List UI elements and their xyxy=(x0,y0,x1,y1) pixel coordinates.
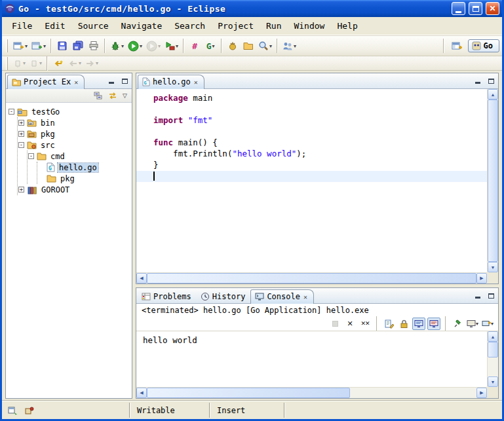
menu-item-file[interactable]: File xyxy=(6,19,38,33)
dropdown-arrow-icon[interactable]: ▾ xyxy=(476,321,478,327)
editor-vertical-scrollbar[interactable]: ▲ ▼ xyxy=(487,89,498,272)
close-button[interactable]: ✕ xyxy=(486,2,499,15)
open-console-button[interactable]: ▾ xyxy=(481,318,494,330)
scroll-left-button[interactable]: ◀ xyxy=(136,388,147,398)
run-history-button[interactable]: ▾ xyxy=(144,38,163,54)
dropdown-arrow-icon[interactable]: ▾ xyxy=(294,43,296,49)
tree-node-pkg-src[interactable]: pkg xyxy=(38,173,130,184)
minimize-view-button[interactable] xyxy=(106,76,117,86)
go-perspective-toggle[interactable]: Go xyxy=(468,39,499,52)
previous-annotation-button[interactable]: ▾ xyxy=(28,56,44,71)
remove-launch-button[interactable]: ✕ xyxy=(343,318,357,330)
tree-node-cmd[interactable]: - cmd xyxy=(28,151,130,162)
scroll-lock-button[interactable] xyxy=(397,318,410,330)
dropdown-arrow-icon[interactable]: ▾ xyxy=(79,60,81,66)
save-all-button[interactable] xyxy=(70,38,86,54)
menu-item-run[interactable]: Run xyxy=(260,19,287,33)
dropdown-arrow-icon[interactable]: ▾ xyxy=(176,43,178,49)
view-menu-button[interactable]: ▽ xyxy=(122,92,128,100)
tree-node-pkg[interactable]: + pkg xyxy=(18,128,130,139)
fast-view-button[interactable] xyxy=(7,405,18,416)
toolbar-grip[interactable] xyxy=(6,39,8,52)
close-view-icon[interactable]: ✕ xyxy=(303,293,308,301)
search-button[interactable]: ▾ xyxy=(256,38,274,54)
open-resource-button[interactable] xyxy=(241,38,256,54)
titlebar[interactable]: Go - testGo/src/cmd/hello.go - Eclipse ✕ xyxy=(2,0,502,17)
menu-item-project[interactable]: Project xyxy=(212,19,260,33)
scroll-down-button[interactable]: ▼ xyxy=(488,376,498,387)
back-button[interactable]: ▾ xyxy=(66,56,83,71)
close-view-icon[interactable]: ✕ xyxy=(73,79,79,86)
tab-console[interactable]: Console ✕ xyxy=(250,289,314,304)
dropdown-arrow-icon[interactable]: ▾ xyxy=(39,60,42,66)
close-tab-icon[interactable]: ✕ xyxy=(193,79,199,86)
print-button[interactable] xyxy=(86,38,102,54)
menu-item-source[interactable]: Source xyxy=(72,19,115,33)
tree-node-src[interactable]: - src xyxy=(18,139,130,151)
tab-hello-go[interactable]: G hello.go ✕ xyxy=(138,75,204,89)
menu-item-window[interactable]: Window xyxy=(288,19,330,33)
maximize-button[interactable] xyxy=(469,2,482,15)
new-wizard-button[interactable]: ▾ xyxy=(11,38,29,54)
menu-item-help[interactable]: Help xyxy=(331,19,363,33)
open-type-button[interactable] xyxy=(225,38,241,54)
expand-toggle-icon[interactable]: + xyxy=(18,120,24,126)
tree-node-bin[interactable]: + bin xyxy=(18,117,130,128)
tab-project-explorer[interactable]: Project Ex ✕ xyxy=(7,75,85,89)
save-button[interactable] xyxy=(54,38,70,54)
dropdown-arrow-icon[interactable]: ▾ xyxy=(96,60,98,66)
scrollbar-thumb[interactable] xyxy=(488,342,498,357)
menu-item-edit[interactable]: Edit xyxy=(39,19,71,33)
project-tree[interactable]: - testGo + bin + pkg xyxy=(6,103,132,398)
scrollbar-track[interactable] xyxy=(350,388,476,398)
tree-node-hello-go[interactable]: G hello.go xyxy=(38,162,130,173)
minimize-editor-button[interactable] xyxy=(473,76,483,86)
tree-node-testgo[interactable]: - testGo xyxy=(9,106,130,117)
scroll-right-button[interactable]: ▶ xyxy=(476,273,487,284)
team-sync-button[interactable]: ▾ xyxy=(281,38,298,54)
pin-console-button[interactable] xyxy=(451,318,464,330)
console-vertical-scrollbar[interactable]: ▲ ▼ xyxy=(487,331,498,387)
dropdown-arrow-icon[interactable]: ▾ xyxy=(121,43,124,49)
console-horizontal-scrollbar[interactable]: ◀ ▶ xyxy=(136,387,487,398)
debug-button[interactable]: ▾ xyxy=(108,38,126,54)
last-edit-location-button[interactable] xyxy=(50,56,66,71)
display-console-button[interactable]: ▾ xyxy=(466,318,479,330)
menu-item-navigate[interactable]: Navigate xyxy=(115,19,168,33)
show-stdout-button[interactable] xyxy=(412,318,425,330)
scroll-left-button[interactable]: ◀ xyxy=(136,273,147,284)
dropdown-arrow-icon[interactable]: ▾ xyxy=(212,43,215,49)
show-stderr-button[interactable] xyxy=(427,318,440,330)
scroll-down-button[interactable]: ▼ xyxy=(488,262,498,272)
collapse-all-button[interactable] xyxy=(93,90,104,101)
dropdown-arrow-icon[interactable]: ▾ xyxy=(491,321,494,327)
dropdown-arrow-icon[interactable]: ▾ xyxy=(158,43,161,49)
toolbar-grip[interactable] xyxy=(6,57,8,70)
dropdown-arrow-icon[interactable]: ▾ xyxy=(269,43,272,49)
console-output[interactable]: hello world xyxy=(136,331,487,387)
external-tools-button[interactable]: ▾ xyxy=(163,38,180,54)
maximize-editor-button[interactable] xyxy=(486,76,496,86)
tab-problems[interactable]: Problems xyxy=(138,290,197,303)
editor-horizontal-scrollbar[interactable]: ◀ ▶ xyxy=(136,272,487,284)
new-go-element-button[interactable]: ▾ xyxy=(29,38,48,54)
link-with-editor-button[interactable] xyxy=(107,90,118,101)
dropdown-arrow-icon[interactable]: ▾ xyxy=(140,43,142,49)
tab-history[interactable]: History xyxy=(197,290,251,303)
scrollbar-thumb[interactable] xyxy=(488,100,498,262)
scrollbar-thumb[interactable] xyxy=(147,388,350,398)
dropdown-arrow-icon[interactable]: ▾ xyxy=(25,43,28,49)
run-button[interactable]: ▾ xyxy=(126,38,144,54)
expand-toggle-icon[interactable]: + xyxy=(18,131,24,137)
next-annotation-button[interactable]: ▾ xyxy=(11,56,28,71)
maximize-view-button[interactable] xyxy=(119,76,130,86)
scrollbar-track[interactable] xyxy=(488,357,498,376)
open-perspective-button[interactable] xyxy=(450,38,465,54)
scroll-right-button[interactable]: ▶ xyxy=(476,388,487,398)
dropdown-arrow-icon[interactable]: ▾ xyxy=(23,60,26,66)
collapse-toggle-icon[interactable]: - xyxy=(28,153,34,159)
minimize-button[interactable] xyxy=(452,2,465,15)
workspace-launch-button[interactable] xyxy=(24,405,35,416)
scroll-up-button[interactable]: ▲ xyxy=(488,331,498,342)
menu-item-search[interactable]: Search xyxy=(168,19,211,33)
